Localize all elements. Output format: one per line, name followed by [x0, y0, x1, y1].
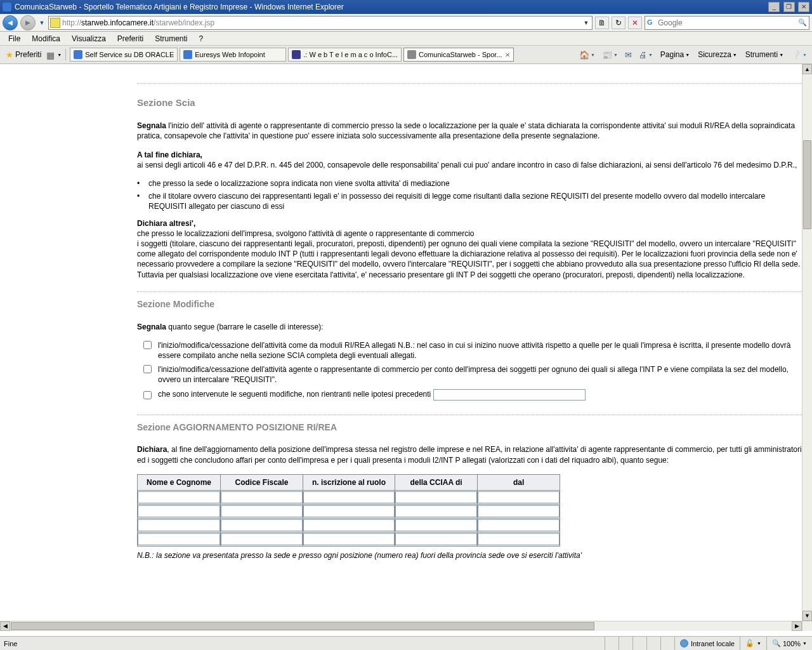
search-box[interactable]: 🔍 [645, 16, 809, 30]
zoom-control[interactable]: 🔍 100% ▼ [766, 637, 812, 650]
cell-input[interactable] [478, 533, 560, 545]
scroll-corner [802, 621, 812, 631]
cell-input[interactable] [221, 505, 303, 517]
cell-input[interactable] [138, 519, 220, 531]
cell-input[interactable] [478, 519, 560, 531]
close-button[interactable]: ✕ [798, 2, 809, 12]
th-codice-fiscale: Codice Fiscale [221, 474, 303, 490]
tab-euresys[interactable]: Euresys Web Infopoint [180, 48, 286, 62]
tab-comunicastarweb[interactable]: ComunicaStarweb - Spor...✕ [403, 48, 513, 62]
window-title: ComunicaStarweb - Sportello Telematico A… [15, 3, 344, 11]
th-dal: dal [478, 474, 560, 490]
cell-input[interactable] [138, 505, 220, 517]
tools-menu[interactable]: Strumenti▼ [742, 49, 787, 60]
aggiornamento-table: Nome e Cognome Codice Fiscale n. iscrizi… [137, 474, 560, 547]
cell-input[interactable] [221, 491, 303, 503]
cell-input[interactable] [478, 491, 560, 503]
suggested-sites-icon[interactable] [46, 50, 55, 59]
cell-input[interactable] [138, 533, 220, 545]
globe-icon [680, 639, 688, 647]
menu-file[interactable]: File [3, 32, 26, 45]
cell-input[interactable] [395, 491, 477, 503]
section-modifiche-heading: Sezione Modifiche [137, 298, 802, 310]
status-cell [619, 637, 632, 650]
scroll-thumb-h[interactable] [11, 622, 594, 630]
url-text[interactable]: http://starweb.infocamere.it/starweb/ind… [62, 18, 582, 27]
scia-bullet-1: •che presso la sede o localizzazione sop… [137, 178, 802, 189]
scroll-left-button[interactable]: ◀ [0, 621, 10, 631]
modifiche-check-1[interactable] [143, 341, 152, 349]
cell-input[interactable] [138, 491, 220, 503]
scroll-down-button[interactable]: ▼ [802, 611, 812, 621]
tab-self-service[interactable]: Self Service su DB ORACLE [70, 48, 178, 62]
minimize-button[interactable]: _ [768, 2, 780, 12]
menu-preferiti[interactable]: Preferiti [112, 32, 149, 45]
refresh-button[interactable]: ↻ [612, 17, 625, 29]
security-menu[interactable]: Sicurezza▼ [695, 49, 740, 60]
vertical-scrollbar[interactable]: ▲ ▼ [802, 64, 812, 621]
content-viewport: Sezione Scia Segnala l'inizio dell' atti… [0, 64, 812, 631]
cell-input[interactable] [221, 533, 303, 545]
google-icon [647, 18, 656, 27]
scia-bullet-2: •che il titolare ovvero ciascuno dei rap… [137, 191, 802, 211]
search-go-button[interactable]: 🔍 [798, 18, 807, 27]
page-menu[interactable]: Pagina▼ [657, 49, 693, 60]
protected-mode-cell[interactable]: 🔓▼ [740, 637, 766, 650]
help-button[interactable]: ❔▼ [789, 49, 809, 61]
menu-strumenti[interactable]: Strumenti [149, 32, 193, 45]
cell-input[interactable] [303, 533, 395, 545]
back-button[interactable]: ◄ [3, 15, 18, 30]
home-button[interactable]: 🏠▼ [577, 49, 598, 61]
status-zone: Intranet locale [674, 637, 740, 650]
favorites-button[interactable]: ★ Preferiti [3, 49, 44, 61]
modifiche-check-3-row: che sono intervenute le seguenti modific… [137, 389, 802, 401]
lock-icon: 🔓 [745, 639, 754, 647]
modifiche-other-input[interactable] [433, 389, 586, 401]
status-cell [632, 637, 646, 650]
modifiche-check-1-row: l'inizio/modifica/cessazione dell'attivi… [137, 340, 802, 361]
scroll-thumb[interactable] [803, 140, 811, 229]
menu-visualizza[interactable]: Visualizza [66, 32, 112, 45]
print-button[interactable]: 🖨▼ [636, 49, 655, 61]
cell-input[interactable] [303, 505, 395, 517]
scroll-up-button[interactable]: ▲ [802, 64, 812, 74]
modifiche-check-2[interactable] [143, 365, 152, 373]
forward-button[interactable]: ► [20, 15, 36, 30]
th-nome-cognome: Nome e Cognome [138, 474, 221, 490]
menu-modifica[interactable]: Modifica [26, 32, 66, 45]
address-bar-row: ◄ ► ▼ http://starweb.infocamere.it/starw… [0, 14, 812, 32]
cell-input[interactable] [303, 491, 395, 503]
modifiche-check-3[interactable] [143, 391, 152, 399]
stop-button[interactable]: ✕ [628, 17, 642, 29]
nav-history-dropdown[interactable]: ▼ [38, 15, 46, 30]
feeds-button[interactable]: 📰▼ [599, 49, 620, 61]
cell-input[interactable] [221, 519, 303, 531]
cell-input[interactable] [395, 533, 477, 545]
address-dropdown[interactable]: ▼ [582, 20, 591, 26]
horizontal-scrollbar[interactable]: ◀ ▶ [0, 621, 802, 631]
modifiche-check-3-label: che sono intervenute le seguenti modific… [158, 389, 431, 399]
star-icon: ★ [6, 50, 13, 60]
cell-input[interactable] [395, 505, 477, 517]
ie-icon [3, 3, 11, 11]
search-input[interactable] [658, 18, 798, 27]
menu-help[interactable]: ? [193, 32, 209, 45]
restore-button[interactable]: ❐ [783, 2, 795, 12]
menu-bar: File Modifica Visualizza Preferiti Strum… [0, 32, 812, 46]
tab-webtelemaco[interactable]: .: W e b T e l e m a c o InfoC... [288, 48, 402, 62]
scia-atalfine-block: A tal fine dichiara, ai sensi degli arti… [137, 150, 802, 170]
scroll-right-button[interactable]: ▶ [792, 621, 802, 631]
mail-button[interactable]: ✉ [622, 49, 634, 61]
close-tab-icon[interactable]: ✕ [505, 51, 510, 58]
cell-input[interactable] [478, 505, 560, 517]
section-scia-heading: Sezione Scia [137, 96, 802, 109]
cell-input[interactable] [303, 519, 395, 531]
suggested-sites-dropdown[interactable]: ▼ [57, 53, 62, 57]
scia-segnala-text: Segnala l'inizio dell' attività di agent… [137, 121, 802, 141]
scia-altresi-block: Dichiara altresi', che presso le localiz… [137, 218, 802, 280]
compat-view-button[interactable]: 🗎 [595, 17, 609, 29]
address-bar[interactable]: http://starweb.infocamere.it/starweb/ind… [48, 16, 593, 30]
page-content: Sezione Scia Segnala l'inizio dell' atti… [0, 64, 802, 621]
window-controls: _ ❐ ✕ [767, 2, 809, 12]
cell-input[interactable] [395, 519, 477, 531]
